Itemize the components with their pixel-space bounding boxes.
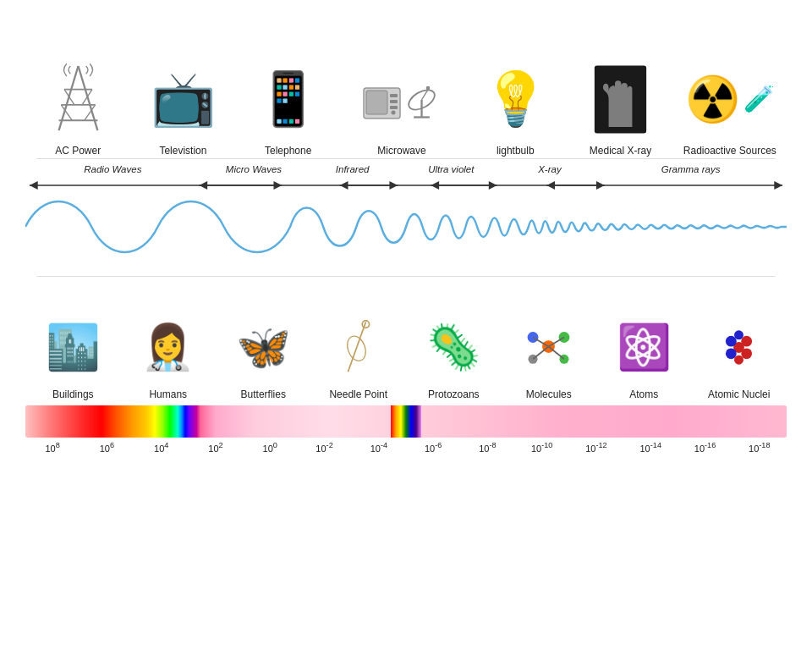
svg-point-14 bbox=[392, 111, 396, 115]
svg-marker-34 bbox=[546, 181, 555, 190]
wave-label-micro: Micro Waves bbox=[211, 164, 296, 174]
wave-label-xray: X-ray bbox=[516, 164, 584, 174]
wave-label-gamma: Gramma rays bbox=[606, 164, 776, 174]
wave-label-infrared: Infrared bbox=[319, 164, 387, 174]
ac-power-label: AC Power bbox=[55, 145, 101, 157]
top-icons-row: AC Power 📺 Televistion 📱 Telephone bbox=[17, 8, 795, 157]
wave-labels: Radio Waves Micro Waves Infrared Ultra v… bbox=[17, 164, 795, 174]
svg-rect-12 bbox=[390, 100, 398, 103]
icon-ac-power: AC Power bbox=[31, 57, 124, 157]
svg-point-53 bbox=[734, 330, 743, 339]
spec-label-11: 10-14 bbox=[623, 441, 678, 454]
svg-marker-29 bbox=[389, 181, 398, 190]
svg-line-6 bbox=[82, 90, 92, 105]
icon-television: 📺 Televistion bbox=[136, 57, 229, 157]
icon-molecules: Molecules bbox=[504, 309, 593, 400]
svg-marker-31 bbox=[431, 181, 439, 190]
icon-medical-xray: Medical X-ray bbox=[574, 57, 667, 157]
spectrum-labels: 108 106 104 102 100 10-2 10-4 10-6 10-8 … bbox=[25, 441, 787, 454]
svg-marker-35 bbox=[596, 181, 605, 190]
icon-humans: 👩‍⚕️ Humans bbox=[123, 309, 212, 400]
svg-rect-11 bbox=[390, 94, 398, 97]
atoms-icon: ⚛️ bbox=[610, 309, 678, 385]
needle-point-label: Needle Point bbox=[329, 388, 387, 400]
atomic-nuclei-label: Atomic Nuclei bbox=[708, 388, 770, 400]
svg-point-37 bbox=[362, 321, 369, 328]
svg-line-36 bbox=[348, 322, 365, 372]
svg-line-46 bbox=[533, 347, 548, 360]
icon-lightbulb: 💡 lightbulb bbox=[469, 57, 562, 157]
butterflies-label: Butterflies bbox=[241, 388, 286, 400]
wave-label-uv: Ultra violet bbox=[409, 164, 493, 174]
wave-visualization bbox=[25, 193, 787, 261]
molecules-icon bbox=[515, 309, 583, 385]
svg-point-41 bbox=[559, 332, 570, 343]
icon-protozoans: 🦠 Protozoans bbox=[409, 309, 498, 400]
medical-xray-label: Medical X-ray bbox=[590, 145, 651, 157]
humans-label: Humans bbox=[149, 388, 187, 400]
icon-telephone: 📱 Telephone bbox=[242, 57, 335, 157]
spec-label-13: 10-18 bbox=[732, 441, 787, 454]
butterflies-icon: 🦋 bbox=[229, 309, 297, 385]
svg-rect-10 bbox=[366, 91, 387, 114]
television-icon: 📺 bbox=[149, 57, 217, 141]
spec-label-8: 10-8 bbox=[460, 441, 514, 454]
radioactive-label: Radioactive Sources bbox=[683, 145, 776, 157]
spec-label-0: 108 bbox=[25, 441, 80, 454]
svg-marker-25 bbox=[199, 181, 207, 190]
spectrum-arrow bbox=[25, 178, 787, 193]
svg-marker-32 bbox=[489, 181, 497, 190]
humans-icon: 👩‍⚕️ bbox=[134, 309, 202, 385]
spectrum-section: 108 106 104 102 100 10-2 10-4 10-6 10-8 … bbox=[17, 405, 795, 454]
ac-power-icon bbox=[44, 57, 112, 141]
buildings-label: Buildings bbox=[52, 388, 94, 400]
svg-line-5 bbox=[64, 90, 74, 105]
radioactive-icon: ☢️ 🧪 bbox=[683, 57, 776, 141]
icon-buildings: 🏙️ Buildings bbox=[29, 309, 118, 400]
spec-label-12: 10-16 bbox=[678, 441, 732, 454]
svg-marker-23 bbox=[774, 181, 782, 190]
main-container: AC Power 📺 Televistion 📱 Telephone bbox=[0, 0, 812, 672]
svg-marker-22 bbox=[30, 181, 38, 190]
spectrum-bar-inner bbox=[25, 405, 787, 438]
lightbulb-icon: 💡 bbox=[481, 57, 549, 141]
atoms-label: Atoms bbox=[629, 388, 658, 400]
icon-atoms: ⚛️ Atoms bbox=[600, 309, 689, 400]
needle-point-icon bbox=[325, 309, 392, 385]
atomic-nuclei-icon bbox=[705, 309, 773, 385]
icon-needle-point: Needle Point bbox=[314, 309, 403, 400]
spec-label-10: 10-12 bbox=[569, 441, 623, 454]
spec-label-7: 10-6 bbox=[406, 441, 460, 454]
telephone-label: Telephone bbox=[265, 145, 311, 157]
spec-label-4: 100 bbox=[243, 441, 297, 454]
telephone-icon: 📱 bbox=[255, 57, 322, 141]
svg-point-54 bbox=[734, 355, 743, 364]
buildings-icon: 🏙️ bbox=[39, 309, 107, 385]
spec-label-9: 10-10 bbox=[515, 441, 569, 454]
divider-2 bbox=[36, 276, 776, 277]
spec-label-3: 102 bbox=[189, 441, 243, 454]
icon-butterflies: 🦋 Butterflies bbox=[219, 309, 308, 400]
wave-section: Radio Waves Micro Waves Infrared Ultra v… bbox=[17, 164, 795, 274]
svg-line-47 bbox=[549, 347, 564, 360]
microwave-label: Microwave bbox=[377, 145, 425, 157]
wave-label-radio: Radio Waves bbox=[36, 164, 189, 174]
television-label: Televistion bbox=[159, 145, 206, 157]
svg-point-40 bbox=[528, 332, 539, 343]
svg-marker-28 bbox=[340, 181, 348, 190]
spec-label-5: 10-2 bbox=[297, 441, 351, 454]
medical-xray-icon bbox=[587, 57, 655, 141]
svg-rect-13 bbox=[390, 106, 398, 109]
spec-label-1: 106 bbox=[80, 441, 134, 454]
protozoans-icon: 🦠 bbox=[420, 309, 487, 385]
icon-radioactive: ☢️ 🧪 Radioactive Sources bbox=[679, 57, 781, 157]
svg-marker-26 bbox=[273, 181, 282, 190]
bottom-icons-row: 🏙️ Buildings 👩‍⚕️ Humans 🦋 Butterflies N… bbox=[17, 282, 795, 400]
protozoans-label: Protozoans bbox=[428, 388, 480, 400]
svg-point-19 bbox=[426, 85, 431, 90]
icon-microwave: Microwave bbox=[347, 57, 457, 157]
spec-label-6: 10-4 bbox=[352, 441, 406, 454]
microwave-icon bbox=[351, 57, 453, 141]
spectrum-bar bbox=[25, 405, 787, 438]
spec-label-2: 104 bbox=[134, 441, 189, 454]
